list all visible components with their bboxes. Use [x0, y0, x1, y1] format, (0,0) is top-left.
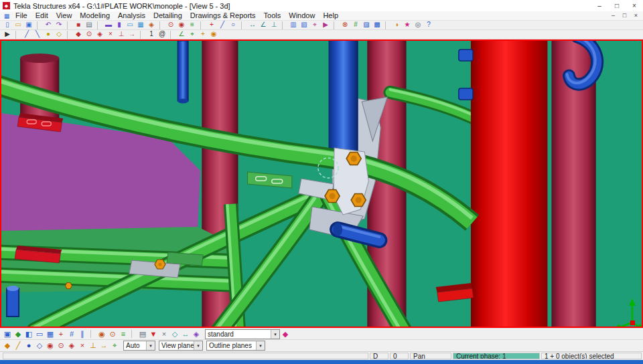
save-model-icon[interactable]: ▣: [23, 21, 34, 29]
create-beam-icon[interactable]: ▬: [103, 21, 114, 29]
select-reinforcement-icon[interactable]: ≡: [118, 329, 129, 339]
snap-extension-toggle-icon[interactable]: →: [98, 341, 109, 351]
phase-manager-icon[interactable]: ◑: [391, 21, 402, 29]
depth-combo[interactable]: Auto ▾: [123, 341, 155, 351]
snap-perpendicular-points-icon[interactable]: ⊥: [116, 30, 127, 39]
select-grids-icon[interactable]: #: [66, 329, 77, 339]
fly-through-icon[interactable]: ▶: [320, 21, 331, 29]
chevron-down-icon[interactable]: ▾: [271, 330, 279, 339]
menu-item-help[interactable]: Help: [319, 11, 342, 20]
create-report-icon[interactable]: ▩: [372, 21, 382, 29]
select-parts-icon[interactable]: ▭: [34, 329, 45, 339]
construction-circle-icon[interactable]: ○: [228, 21, 238, 29]
redo-icon[interactable]: ↷: [54, 21, 64, 29]
mdi-close-button[interactable]: ×: [630, 11, 642, 20]
blue-stub-bottom-left[interactable]: [7, 286, 19, 316]
mdi-minimize-button[interactable]: –: [608, 11, 619, 20]
maximize-button[interactable]: □: [608, 0, 626, 11]
snap-intersection-points-icon[interactable]: ×: [105, 30, 116, 39]
snap-lines-toggle-icon[interactable]: ╱: [13, 341, 23, 351]
snap-depth-toggle-icon[interactable]: ⌖: [109, 341, 120, 351]
chevron-down-icon[interactable]: ▾: [146, 341, 155, 350]
measure-bolt-icon[interactable]: ⊥: [269, 21, 279, 29]
snap-center-points-icon[interactable]: ⊙: [84, 30, 94, 39]
select-objects-in-components-icon[interactable]: ◈: [191, 329, 202, 339]
menu-item-analysis[interactable]: Analysis: [114, 11, 149, 20]
blue-cylinder-vertical[interactable]: [329, 41, 358, 159]
snap-end-points-icon[interactable]: ◆: [73, 30, 84, 39]
select-surfaces-icon[interactable]: ▦: [45, 329, 56, 339]
menu-item-tools[interactable]: Tools: [260, 11, 285, 20]
properties-icon[interactable]: ▤: [84, 21, 94, 29]
construction-line-icon[interactable]: ╱: [217, 21, 228, 29]
close-button[interactable]: ×: [626, 0, 643, 11]
temporary-reference-point-icon[interactable]: +: [198, 30, 208, 39]
snap-override-icon[interactable]: ⌖: [187, 30, 198, 39]
selection-filter-combo[interactable]: standard ▾: [205, 329, 280, 339]
create-item-icon[interactable]: ◈: [146, 21, 157, 29]
snap-end-toggle-icon[interactable]: ◉: [45, 341, 56, 351]
snap-nearest-toggle-icon[interactable]: ●: [23, 341, 34, 351]
select-grid-lines-icon[interactable]: ∥: [77, 329, 88, 339]
select-points-icon[interactable]: +: [56, 329, 66, 339]
snap-mid-toggle-icon[interactable]: ◈: [66, 341, 77, 351]
mdi-restore-button[interactable]: □: [619, 11, 630, 20]
create-bolt-icon[interactable]: ⊙: [165, 21, 176, 29]
select-all-icon[interactable]: ▣: [2, 329, 13, 339]
create-weld-icon[interactable]: ◉: [176, 21, 187, 29]
create-column-icon[interactable]: ▮: [114, 21, 125, 29]
smart-select-icon[interactable]: ▶: [2, 30, 13, 39]
select-welds-icon[interactable]: ◉: [96, 329, 107, 339]
snap-geometry-lines-icon[interactable]: ╲: [32, 30, 43, 39]
select-components-icon[interactable]: ◆: [13, 329, 23, 339]
menu-item-edit[interactable]: Edit: [31, 11, 52, 20]
menu-item-window[interactable]: Window: [285, 11, 319, 20]
numbering-icon[interactable]: #: [350, 21, 361, 29]
snap-settings-icon[interactable]: ◉: [208, 30, 219, 39]
create-plate-icon[interactable]: ▭: [125, 21, 135, 29]
snap-perpendicular-toggle-icon[interactable]: ⊥: [88, 341, 98, 351]
fit-work-area-icon[interactable]: ⌖: [309, 21, 320, 29]
snap-intersection-toggle-icon[interactable]: ×: [77, 341, 88, 351]
clash-check-icon[interactable]: ⊗: [340, 21, 350, 29]
select-planes-icon[interactable]: ◇: [169, 329, 180, 339]
menu-item-detailing[interactable]: Detailing: [149, 11, 186, 20]
interrupt-icon[interactable]: ■: [73, 21, 84, 29]
create-panel-icon[interactable]: ▦: [135, 21, 146, 29]
menu-item-drawings-reports[interactable]: Drawings & Reports: [186, 11, 260, 20]
menu-item-file[interactable]: File: [11, 11, 31, 20]
select-bolts-icon[interactable]: ⊙: [107, 329, 118, 339]
menu-item-modeling[interactable]: Modeling: [76, 11, 114, 20]
snap-mid-points-icon[interactable]: ◈: [94, 30, 105, 39]
viewport-3d[interactable]: [0, 39, 643, 328]
view-list-icon[interactable]: ▥: [288, 21, 299, 29]
select-assemblies-icon[interactable]: ◧: [23, 329, 34, 339]
select-cuts-icon[interactable]: ×: [159, 329, 169, 339]
drawing-list-icon[interactable]: ▨: [361, 21, 372, 29]
minimize-button[interactable]: –: [591, 0, 608, 11]
measure-angle-icon[interactable]: ∠: [258, 21, 269, 29]
component-catalog-icon[interactable]: ★: [402, 21, 413, 29]
undo-icon[interactable]: ↶: [43, 21, 54, 29]
create-point-icon[interactable]: +: [206, 21, 217, 29]
taskbar-sliver[interactable]: [0, 360, 643, 364]
blue-tube-slim-top[interactable]: [177, 41, 188, 104]
create-rebar-icon[interactable]: ≡: [187, 21, 198, 29]
selection-filter-settings-icon[interactable]: ◆: [280, 329, 291, 339]
chevron-down-icon[interactable]: ▾: [194, 341, 202, 350]
snap-any-toggle-icon[interactable]: ◇: [34, 341, 45, 351]
view-window-icon[interactable]: ▦: [2, 13, 11, 19]
menu-item-view[interactable]: View: [52, 11, 76, 20]
measure-distance-icon[interactable]: ↔: [247, 21, 258, 29]
orange-bolt-small-left[interactable]: [65, 283, 72, 289]
rotation-combo[interactable]: Outline planes ▾: [206, 341, 265, 351]
relative-coordinate-icon[interactable]: @: [157, 30, 167, 39]
select-views-icon[interactable]: ▤: [137, 329, 148, 339]
snap-any-position-icon[interactable]: ◇: [54, 30, 64, 39]
snap-reference-lines-icon[interactable]: ╱: [21, 30, 32, 39]
red-cylinder-column[interactable]: [471, 41, 547, 327]
chevron-down-icon[interactable]: ▾: [256, 341, 265, 350]
snap-center-toggle-icon[interactable]: ⊙: [56, 341, 66, 351]
select-distances-icon[interactable]: ↔: [180, 329, 191, 339]
select-loads-icon[interactable]: ▼: [148, 329, 159, 339]
